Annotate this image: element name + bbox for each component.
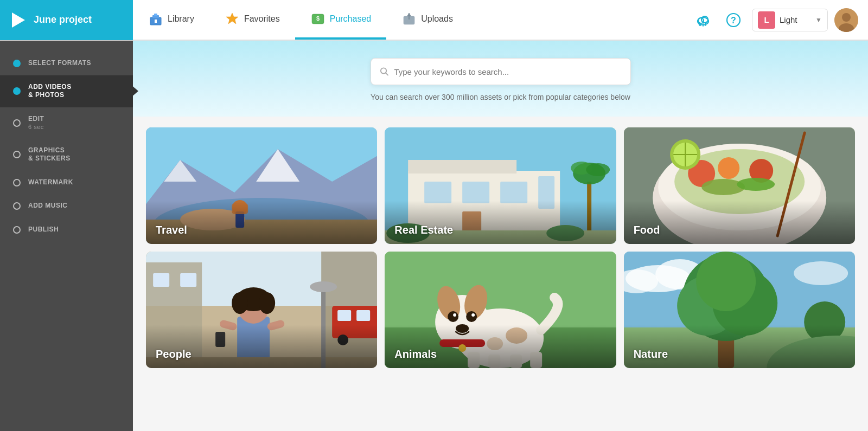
svg-point-17	[842, 13, 851, 22]
logo-area: June project	[0, 0, 133, 40]
tab-favorites-label: Favorites	[244, 14, 280, 24]
sidebar-item-graphics-stickers[interactable]: GRAPHICS& STICKERS	[0, 139, 133, 171]
svg-point-99	[471, 313, 475, 317]
svg-rect-35	[424, 182, 451, 203]
logo-icon	[10, 11, 27, 29]
svg-point-54	[701, 179, 745, 195]
svg-point-73	[232, 292, 248, 314]
top-navigation: June project Library Favorites	[0, 0, 868, 41]
content-area: You can search over 300 million assets o…	[133, 41, 868, 431]
svg-text:$: $	[316, 15, 320, 22]
tab-purchased-label: Purchased	[330, 14, 372, 24]
cloud-button[interactable]	[691, 8, 715, 32]
nav-tabs: Library Favorites $ Purchased	[133, 0, 691, 40]
step-dot-add-music	[13, 202, 21, 210]
profile-image	[834, 8, 858, 32]
svg-rect-67	[180, 273, 196, 287]
user-name: Light	[780, 15, 811, 24]
sidebar-item-add-music[interactable]: ADD MUSIC	[0, 194, 133, 218]
category-label-people: People	[156, 348, 192, 361]
svg-rect-66	[153, 273, 169, 287]
chevron-down-icon: ▼	[815, 16, 822, 24]
category-card-food[interactable]: Food	[624, 127, 855, 244]
category-label-real-estate: Real Estate	[394, 224, 453, 236]
star-icon	[225, 11, 240, 27]
category-card-people[interactable]: People	[146, 252, 377, 368]
logo-title: June project	[34, 14, 92, 25]
svg-point-97	[466, 311, 477, 322]
step-dot-graphics-stickers	[13, 151, 21, 158]
profile-avatar[interactable]	[834, 8, 858, 32]
category-overlay-travel: Travel	[146, 201, 377, 244]
svg-point-74	[259, 292, 275, 314]
search-input[interactable]	[394, 67, 621, 76]
category-card-nature[interactable]: Nature	[624, 252, 855, 368]
svg-rect-37	[500, 182, 527, 203]
category-grid: Travel	[133, 117, 868, 381]
svg-point-98	[453, 313, 456, 317]
tab-library-label: Library	[168, 14, 194, 24]
category-overlay-real-estate: Real Estate	[385, 201, 616, 244]
category-label-travel: Travel	[156, 224, 187, 236]
step-dot-select-formats	[13, 60, 21, 67]
tab-library[interactable]: Library	[133, 0, 209, 40]
category-card-real-estate[interactable]: Real Estate	[385, 127, 616, 244]
tab-favorites[interactable]: Favorites	[209, 0, 295, 40]
main-layout: SELECT FORMATS ADD VIDEOS& PHOTOS EDIT 6…	[0, 41, 868, 431]
search-banner: You can search over 300 million assets o…	[133, 41, 868, 117]
svg-point-96	[448, 311, 458, 322]
svg-point-109	[794, 261, 848, 285]
purchased-icon: $	[310, 11, 326, 27]
library-icon	[148, 11, 163, 27]
tab-purchased[interactable]: $ Purchased	[295, 0, 387, 40]
svg-rect-36	[462, 182, 489, 203]
tab-uploads[interactable]: Uploads	[386, 0, 468, 40]
sidebar-item-watermark[interactable]: WATERMARK	[0, 171, 133, 195]
category-overlay-animals: Animals	[385, 325, 616, 368]
category-card-travel[interactable]: Travel	[146, 127, 377, 244]
sidebar-item-publish[interactable]: PUBLISH	[0, 218, 133, 242]
svg-point-43	[586, 163, 610, 176]
svg-rect-4	[155, 20, 157, 23]
sidebar-item-add-videos-photos[interactable]: ADD VIDEOS& PHOTOS	[0, 75, 133, 107]
help-button[interactable]: ?	[722, 8, 745, 32]
svg-point-52	[718, 157, 739, 179]
svg-line-21	[385, 73, 387, 75]
search-hint: You can search over 300 million assets o…	[371, 93, 630, 101]
search-box[interactable]	[371, 58, 631, 85]
category-label-nature: Nature	[634, 348, 668, 361]
svg-rect-3	[154, 14, 157, 16]
category-overlay-nature: Nature	[624, 325, 855, 368]
user-dropdown[interactable]: L Light ▼	[752, 9, 828, 31]
sidebar-item-edit[interactable]: EDIT 6 sec	[0, 107, 133, 139]
svg-text:?: ?	[731, 16, 736, 25]
svg-rect-83	[356, 310, 370, 321]
svg-point-80	[310, 281, 337, 292]
step-dot-watermark	[13, 179, 21, 186]
svg-point-115	[696, 252, 756, 311]
search-icon	[380, 67, 389, 76]
category-overlay-people: People	[146, 325, 377, 368]
svg-rect-82	[337, 310, 351, 321]
svg-marker-0	[12, 12, 25, 28]
svg-rect-34	[408, 160, 516, 173]
step-dot-edit	[13, 119, 21, 127]
step-dot-add-videos-photos	[13, 87, 21, 95]
svg-point-55	[737, 178, 775, 191]
svg-marker-5	[226, 13, 238, 24]
nav-right: ? L Light ▼	[691, 8, 868, 32]
user-avatar: L	[758, 11, 775, 29]
category-label-animals: Animals	[394, 348, 437, 361]
category-label-food: Food	[634, 224, 660, 236]
sidebar-item-select-formats[interactable]: SELECT FORMATS	[0, 52, 133, 75]
category-card-animals[interactable]: Animals	[385, 252, 616, 368]
uploads-icon	[401, 11, 417, 27]
tab-uploads-label: Uploads	[421, 14, 453, 24]
category-overlay-food: Food	[624, 201, 855, 244]
step-dot-publish	[13, 226, 21, 234]
sidebar: SELECT FORMATS ADD VIDEOS& PHOTOS EDIT 6…	[0, 41, 133, 431]
